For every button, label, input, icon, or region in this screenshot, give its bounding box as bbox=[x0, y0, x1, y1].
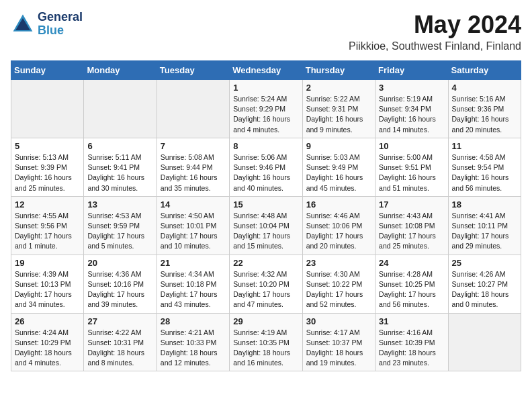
day-info: Sunrise: 4:22 AMSunset: 10:31 PMDaylight… bbox=[87, 328, 152, 369]
day-info: Sunrise: 4:16 AMSunset: 10:39 PMDaylight… bbox=[379, 328, 444, 369]
day-number: 5 bbox=[15, 141, 80, 151]
day-info: Sunrise: 4:58 AMSunset: 9:54 PMDaylight:… bbox=[452, 152, 517, 193]
day-info: Sunrise: 4:48 AMSunset: 10:04 PMDaylight… bbox=[233, 211, 298, 252]
day-info: Sunrise: 5:19 AMSunset: 9:34 PMDaylight:… bbox=[379, 94, 444, 135]
calendar-cell: 20Sunrise: 4:36 AMSunset: 10:16 PMDaylig… bbox=[84, 255, 157, 313]
calendar-cell: 24Sunrise: 4:28 AMSunset: 10:25 PMDaylig… bbox=[375, 255, 448, 313]
day-number: 17 bbox=[379, 199, 444, 210]
calendar-cell: 31Sunrise: 4:16 AMSunset: 10:39 PMDaylig… bbox=[375, 313, 448, 371]
calendar-table: SundayMondayTuesdayWednesdayThursdayFrid… bbox=[11, 60, 521, 371]
day-info: Sunrise: 4:55 AMSunset: 9:56 PMDaylight:… bbox=[15, 211, 80, 252]
logo: General Blue bbox=[11, 11, 83, 38]
day-number: 16 bbox=[306, 199, 371, 210]
weekday-header-thursday: Thursday bbox=[302, 61, 375, 80]
calendar-cell: 7Sunrise: 5:08 AMSunset: 9:44 PMDaylight… bbox=[157, 138, 229, 196]
day-info: Sunrise: 4:50 AMSunset: 10:01 PMDaylight… bbox=[161, 211, 226, 252]
calendar-cell bbox=[84, 80, 157, 138]
day-number: 8 bbox=[233, 141, 298, 151]
day-info: Sunrise: 4:17 AMSunset: 10:37 PMDaylight… bbox=[306, 328, 371, 369]
weekday-header-wednesday: Wednesday bbox=[230, 61, 302, 80]
day-number: 15 bbox=[233, 199, 298, 210]
calendar-cell: 30Sunrise: 4:17 AMSunset: 10:37 PMDaylig… bbox=[302, 313, 375, 371]
day-info: Sunrise: 5:16 AMSunset: 9:36 PMDaylight:… bbox=[452, 94, 517, 135]
calendar-cell: 4Sunrise: 5:16 AMSunset: 9:36 PMDaylight… bbox=[448, 80, 521, 138]
day-info: Sunrise: 4:41 AMSunset: 10:11 PMDaylight… bbox=[452, 211, 517, 252]
day-number: 24 bbox=[379, 258, 444, 268]
calendar-cell: 16Sunrise: 4:46 AMSunset: 10:06 PMDaylig… bbox=[302, 196, 375, 255]
day-info: Sunrise: 4:43 AMSunset: 10:08 PMDaylight… bbox=[379, 211, 444, 252]
calendar-cell: 22Sunrise: 4:32 AMSunset: 10:20 PMDaylig… bbox=[230, 255, 302, 313]
calendar-cell: 26Sunrise: 4:24 AMSunset: 10:29 PMDaylig… bbox=[11, 313, 84, 371]
day-info: Sunrise: 4:19 AMSunset: 10:35 PMDaylight… bbox=[233, 328, 298, 369]
week-row-4: 19Sunrise: 4:39 AMSunset: 10:13 PMDaylig… bbox=[11, 255, 521, 313]
day-number: 3 bbox=[379, 83, 444, 93]
day-info: Sunrise: 4:32 AMSunset: 10:20 PMDaylight… bbox=[233, 269, 298, 310]
day-number: 18 bbox=[452, 199, 517, 210]
location-title: Piikkioe, Southwest Finland, Finland bbox=[349, 40, 521, 52]
calendar-cell: 28Sunrise: 4:21 AMSunset: 10:33 PMDaylig… bbox=[157, 313, 229, 371]
day-number: 21 bbox=[161, 258, 226, 268]
day-number: 2 bbox=[306, 83, 371, 93]
calendar-cell bbox=[448, 313, 521, 371]
day-number: 6 bbox=[87, 141, 152, 151]
calendar-cell: 23Sunrise: 4:30 AMSunset: 10:22 PMDaylig… bbox=[302, 255, 375, 313]
page-header: General Blue May 2024 Piikkioe, Southwes… bbox=[11, 11, 521, 52]
day-number: 28 bbox=[161, 316, 226, 326]
day-number: 31 bbox=[379, 316, 444, 326]
calendar-cell: 3Sunrise: 5:19 AMSunset: 9:34 PMDaylight… bbox=[375, 80, 448, 138]
day-info: Sunrise: 5:13 AMSunset: 9:39 PMDaylight:… bbox=[15, 152, 80, 193]
calendar-cell: 14Sunrise: 4:50 AMSunset: 10:01 PMDaylig… bbox=[157, 196, 229, 255]
calendar-cell: 12Sunrise: 4:55 AMSunset: 9:56 PMDayligh… bbox=[11, 196, 84, 255]
day-number: 10 bbox=[379, 141, 444, 151]
calendar-cell: 27Sunrise: 4:22 AMSunset: 10:31 PMDaylig… bbox=[84, 313, 157, 371]
weekday-header-friday: Friday bbox=[375, 61, 448, 80]
day-info: Sunrise: 4:30 AMSunset: 10:22 PMDaylight… bbox=[306, 269, 371, 310]
day-info: Sunrise: 5:06 AMSunset: 9:46 PMDaylight:… bbox=[233, 152, 298, 193]
day-info: Sunrise: 4:24 AMSunset: 10:29 PMDaylight… bbox=[15, 328, 80, 369]
day-info: Sunrise: 4:28 AMSunset: 10:25 PMDaylight… bbox=[379, 269, 444, 310]
day-number: 26 bbox=[15, 316, 80, 326]
calendar-cell: 15Sunrise: 4:48 AMSunset: 10:04 PMDaylig… bbox=[230, 196, 302, 255]
day-info: Sunrise: 5:03 AMSunset: 9:49 PMDaylight:… bbox=[306, 152, 371, 193]
title-block: May 2024 Piikkioe, Southwest Finland, Fi… bbox=[349, 11, 521, 52]
day-info: Sunrise: 5:08 AMSunset: 9:44 PMDaylight:… bbox=[161, 152, 226, 193]
week-row-1: 1Sunrise: 5:24 AMSunset: 9:29 PMDaylight… bbox=[11, 80, 521, 138]
day-info: Sunrise: 5:11 AMSunset: 9:41 PMDaylight:… bbox=[87, 152, 152, 193]
logo-icon bbox=[11, 12, 35, 36]
calendar-cell bbox=[11, 80, 84, 138]
day-info: Sunrise: 4:34 AMSunset: 10:18 PMDaylight… bbox=[161, 269, 226, 310]
calendar-cell: 1Sunrise: 5:24 AMSunset: 9:29 PMDaylight… bbox=[230, 80, 302, 138]
month-title: May 2024 bbox=[349, 11, 521, 39]
day-number: 9 bbox=[306, 141, 371, 151]
calendar-cell: 19Sunrise: 4:39 AMSunset: 10:13 PMDaylig… bbox=[11, 255, 84, 313]
day-info: Sunrise: 4:21 AMSunset: 10:33 PMDaylight… bbox=[161, 328, 226, 369]
calendar-cell: 18Sunrise: 4:41 AMSunset: 10:11 PMDaylig… bbox=[448, 196, 521, 255]
logo-text: General Blue bbox=[38, 11, 83, 38]
day-number: 23 bbox=[306, 258, 371, 268]
weekday-header-sunday: Sunday bbox=[11, 61, 84, 80]
week-row-2: 5Sunrise: 5:13 AMSunset: 9:39 PMDaylight… bbox=[11, 138, 521, 196]
day-info: Sunrise: 4:46 AMSunset: 10:06 PMDaylight… bbox=[306, 211, 371, 252]
calendar-cell: 29Sunrise: 4:19 AMSunset: 10:35 PMDaylig… bbox=[230, 313, 302, 371]
day-info: Sunrise: 4:36 AMSunset: 10:16 PMDaylight… bbox=[87, 269, 152, 310]
weekday-header-monday: Monday bbox=[84, 61, 157, 80]
day-number: 29 bbox=[233, 316, 298, 326]
day-info: Sunrise: 5:24 AMSunset: 9:29 PMDaylight:… bbox=[233, 94, 298, 135]
day-info: Sunrise: 4:39 AMSunset: 10:13 PMDaylight… bbox=[15, 269, 80, 310]
calendar-cell: 21Sunrise: 4:34 AMSunset: 10:18 PMDaylig… bbox=[157, 255, 229, 313]
day-number: 22 bbox=[233, 258, 298, 268]
calendar-cell: 13Sunrise: 4:53 AMSunset: 9:59 PMDayligh… bbox=[84, 196, 157, 255]
day-info: Sunrise: 5:22 AMSunset: 9:31 PMDaylight:… bbox=[306, 94, 371, 135]
weekday-header-saturday: Saturday bbox=[448, 61, 521, 80]
calendar-cell: 9Sunrise: 5:03 AMSunset: 9:49 PMDaylight… bbox=[302, 138, 375, 196]
calendar-cell: 11Sunrise: 4:58 AMSunset: 9:54 PMDayligh… bbox=[448, 138, 521, 196]
week-row-3: 12Sunrise: 4:55 AMSunset: 9:56 PMDayligh… bbox=[11, 196, 521, 255]
weekday-header-tuesday: Tuesday bbox=[157, 61, 229, 80]
day-number: 25 bbox=[452, 258, 517, 268]
calendar-cell: 6Sunrise: 5:11 AMSunset: 9:41 PMDaylight… bbox=[84, 138, 157, 196]
calendar-cell: 8Sunrise: 5:06 AMSunset: 9:46 PMDaylight… bbox=[230, 138, 302, 196]
day-number: 30 bbox=[306, 316, 371, 326]
day-number: 7 bbox=[161, 141, 226, 151]
calendar-cell: 2Sunrise: 5:22 AMSunset: 9:31 PMDaylight… bbox=[302, 80, 375, 138]
day-info: Sunrise: 4:53 AMSunset: 9:59 PMDaylight:… bbox=[87, 211, 152, 252]
